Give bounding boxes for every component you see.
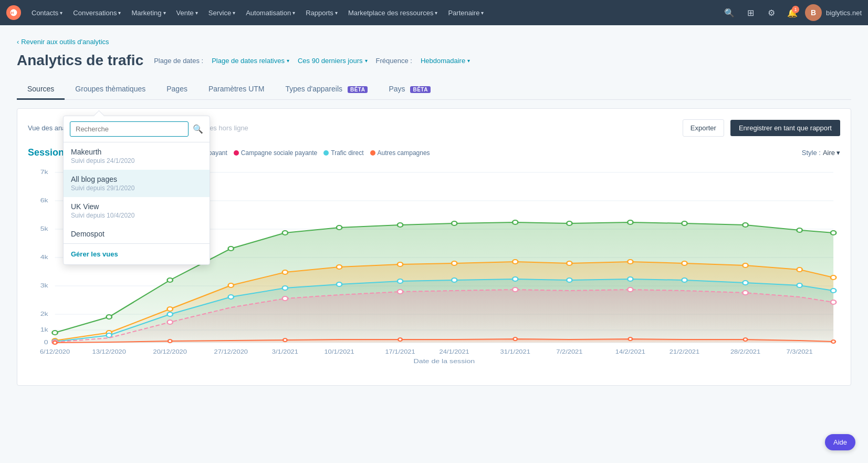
svg-point-38 <box>168 307 173 311</box>
svg-point-23 <box>228 246 234 251</box>
frequency-label: Fréquence : <box>376 57 412 65</box>
style-dropdown[interactable]: Aire ▾ <box>823 149 840 157</box>
svg-point-81 <box>513 337 517 341</box>
svg-text:24/1/2021: 24/1/2021 <box>440 349 469 354</box>
view-dropdown-popup: 🔍 Makeurth Suivi depuis 24/1/2020 All bl… <box>63 116 210 265</box>
svg-point-26 <box>398 223 403 227</box>
legend-dot <box>323 150 329 156</box>
svg-text:14/2/2021: 14/2/2021 <box>615 349 645 354</box>
svg-point-58 <box>398 279 403 283</box>
hubspot-logo[interactable]: H <box>6 5 21 20</box>
list-item[interactable]: All blog pages Suivi depuis 29/1/2020 <box>64 170 210 197</box>
svg-text:13/12/2020: 13/12/2020 <box>92 349 126 354</box>
svg-text:17/1/2021: 17/1/2021 <box>385 349 415 354</box>
svg-point-29 <box>567 221 572 225</box>
svg-text:20/12/2020: 20/12/2020 <box>153 349 187 354</box>
svg-point-71 <box>398 290 403 294</box>
notifications-icon[interactable]: 🔔 1 <box>784 4 801 21</box>
svg-point-40 <box>283 270 288 274</box>
legend-item-campagne: Campagne sociale payante <box>234 149 317 157</box>
export-button[interactable]: Exporter <box>683 119 724 137</box>
search-box: 🔍 <box>64 116 210 142</box>
svg-point-69 <box>168 320 173 324</box>
svg-text:31/1/2021: 31/1/2021 <box>500 349 530 354</box>
search-icon[interactable]: 🔍 <box>721 4 738 21</box>
search-button[interactable]: 🔍 <box>193 124 203 134</box>
svg-point-63 <box>682 278 687 282</box>
nav-service[interactable]: Service ▾ <box>204 7 239 19</box>
svg-point-59 <box>452 278 457 282</box>
svg-text:H: H <box>11 11 14 15</box>
list-item[interactable]: Demospot <box>64 224 210 243</box>
manage-views-link[interactable]: Gérer les vues <box>64 243 210 264</box>
chevron-down-icon: ▾ <box>335 10 338 16</box>
back-link[interactable]: ‹ Revenir aux outils d'analytics <box>17 38 851 46</box>
nav-automatisation[interactable]: Automatisation ▾ <box>242 7 299 19</box>
chevron-down-icon: ▾ <box>287 58 289 64</box>
nav-marketplace[interactable]: Marketplace des ressources ▾ <box>344 7 442 19</box>
svg-point-28 <box>513 220 518 224</box>
list-item[interactable]: UK View Suivi depuis 10/4/2020 <box>64 197 210 224</box>
svg-text:28/2/2021: 28/2/2021 <box>730 349 760 354</box>
settings-icon[interactable]: ⚙ <box>763 4 780 21</box>
page-content: ‹ Revenir aux outils d'analytics Analyti… <box>0 25 868 398</box>
svg-text:27/12/2020: 27/12/2020 <box>214 349 248 354</box>
svg-text:6/12/2020: 6/12/2020 <box>40 349 70 354</box>
svg-point-82 <box>628 337 632 341</box>
nav-rapports[interactable]: Rapports ▾ <box>301 7 342 19</box>
nav-conversations[interactable]: Conversations ▾ <box>69 7 125 19</box>
svg-point-22 <box>168 278 173 282</box>
tab-pages[interactable]: Pages <box>156 79 198 100</box>
list-item[interactable]: Makeurth Suivi depuis 24/1/2020 <box>64 142 210 170</box>
svg-point-34 <box>831 231 836 235</box>
svg-point-33 <box>797 228 802 232</box>
svg-point-62 <box>628 277 633 281</box>
tab-appareils[interactable]: Types d'appareils BÊTA <box>275 79 379 100</box>
nav-vente[interactable]: Vente ▾ <box>172 7 202 19</box>
nav-marketing[interactable]: Marketing ▾ <box>127 7 170 19</box>
svg-point-64 <box>742 281 748 285</box>
svg-point-46 <box>628 260 633 264</box>
top-navigation: H Contacts ▾ Conversations ▾ Marketing ▾… <box>0 0 868 25</box>
svg-point-84 <box>831 340 835 343</box>
svg-point-39 <box>228 283 234 287</box>
save-report-button[interactable]: Enregistrer en tant que rapport <box>730 120 840 136</box>
tab-utm[interactable]: Paramètres UTM <box>198 79 275 100</box>
legend-dot <box>234 150 239 156</box>
analytics-section: Vue des analytics : All blog pages ▾ Inc… <box>17 108 851 386</box>
frequency-dropdown[interactable]: Hebdomadaire ▾ <box>421 57 470 65</box>
svg-point-54 <box>168 312 173 316</box>
svg-point-60 <box>513 277 518 281</box>
nav-partenaire[interactable]: Partenaire ▾ <box>444 7 488 19</box>
tabs-bar: Sources Groupes thèmatiques Pages Paramè… <box>17 79 851 100</box>
svg-text:2k: 2k <box>40 311 49 317</box>
svg-text:6k: 6k <box>40 197 49 203</box>
chevron-down-icon: ▾ <box>292 10 295 16</box>
date-range-type-dropdown[interactable]: Plage de dates relatives ▾ <box>212 57 289 65</box>
dropdown-list: Makeurth Suivi depuis 24/1/2020 All blog… <box>64 142 210 243</box>
svg-point-42 <box>398 262 403 266</box>
nav-contacts[interactable]: Contacts ▾ <box>27 7 67 19</box>
svg-point-30 <box>628 220 633 224</box>
svg-point-20 <box>52 331 57 335</box>
user-name[interactable]: biglytics.net <box>826 9 862 17</box>
date-range-label: Plage de dates : <box>154 57 203 65</box>
svg-point-79 <box>283 338 287 342</box>
svg-point-77 <box>53 341 57 344</box>
date-range-value-dropdown[interactable]: Ces 90 derniers jours ▾ <box>298 57 368 65</box>
svg-point-27 <box>452 221 457 225</box>
tab-sources[interactable]: Sources <box>17 79 65 100</box>
svg-point-43 <box>452 261 457 265</box>
tab-pays[interactable]: Pays BÊTA <box>378 79 441 100</box>
chevron-down-icon: ▾ <box>365 58 368 64</box>
chevron-down-icon: ▾ <box>118 10 121 16</box>
grid-icon[interactable]: ⊞ <box>742 4 759 21</box>
svg-point-74 <box>742 291 748 295</box>
svg-text:3k: 3k <box>40 282 49 289</box>
legend-dot <box>370 150 375 156</box>
svg-text:7/3/2021: 7/3/2021 <box>787 349 813 354</box>
tab-groupes[interactable]: Groupes thèmatiques <box>65 79 156 100</box>
avatar[interactable]: B <box>805 4 822 21</box>
svg-text:4k: 4k <box>40 254 49 260</box>
search-input[interactable] <box>70 121 189 137</box>
